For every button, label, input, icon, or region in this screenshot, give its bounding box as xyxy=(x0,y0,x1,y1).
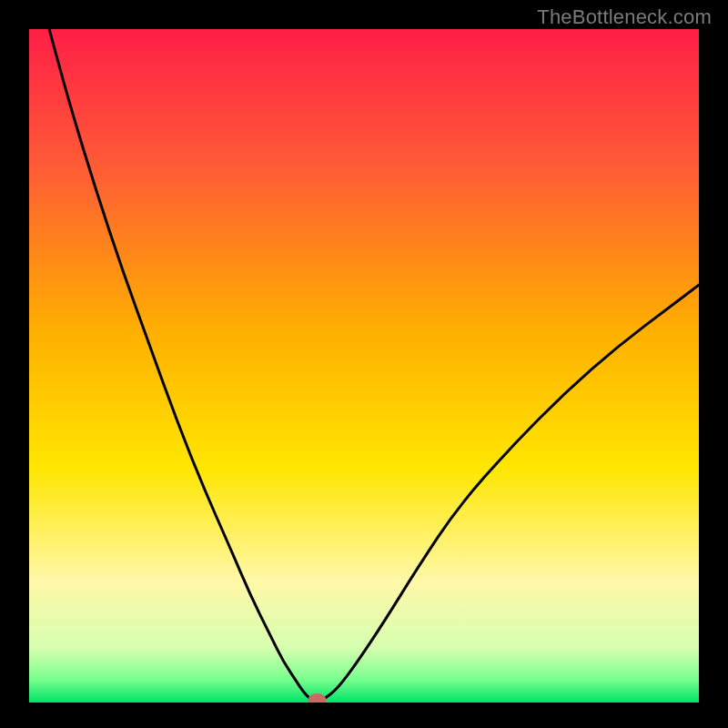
chart-frame: TheBottleneck.com xyxy=(0,0,728,728)
chart-plot xyxy=(29,29,699,703)
plot-background xyxy=(29,29,699,703)
watermark-text: TheBottleneck.com xyxy=(537,5,712,29)
